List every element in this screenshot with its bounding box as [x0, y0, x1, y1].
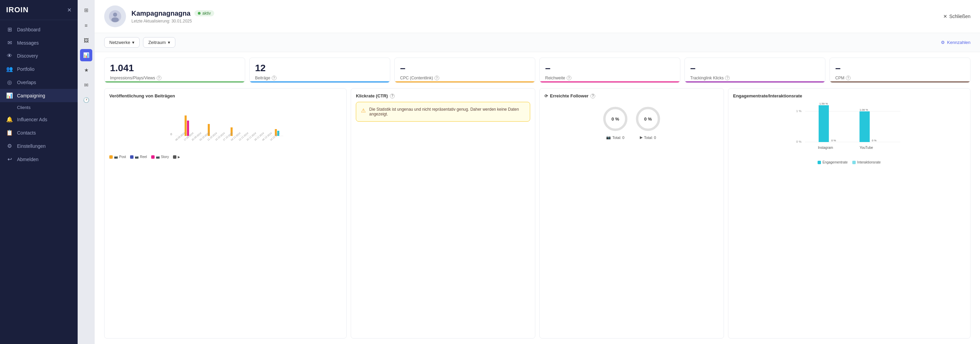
sidebar-item-contacts[interactable]: 📋 Contacts — [0, 126, 78, 139]
youtube-circle-group: 0 % ▶ Total: 0 — [635, 105, 662, 140]
sidebar-item-label: Dashboard — [17, 27, 41, 32]
ctr-warning-text: Die Statistik ist ungenau und nicht repr… — [369, 107, 525, 116]
follower-help-icon[interactable]: ? — [590, 94, 595, 99]
sidebar-item-label: Discovery — [17, 53, 38, 59]
legend-post-label: Post — [119, 155, 126, 159]
main-content: Kampagnagnagna aktiv Letzte Aktualisieru… — [95, 0, 980, 344]
metric-trackinglink: – Trackinglink Klicks ? — [684, 57, 826, 83]
help-icon[interactable]: ? — [725, 76, 730, 80]
metric-bar — [250, 81, 390, 83]
sidebar-item-portfolio[interactable]: 👥 Portfolio — [0, 62, 78, 76]
netzwerke-dropdown[interactable]: Netzwerke ▾ — [104, 37, 140, 48]
svg-text:0: 0 — [170, 132, 172, 136]
icon-strip-star[interactable]: ★ — [80, 64, 92, 76]
kennzahlen-label: Kennzahlen — [947, 40, 970, 45]
pub-legend: 📷 Post 📷 Reel 📷 Story — [109, 155, 342, 159]
legend-youtube: ▶ — [173, 155, 180, 159]
icon-strip-image[interactable]: 🖼 — [80, 34, 92, 46]
metric-value: 12 — [255, 63, 385, 73]
metric-label: Impressions/Plays/Views ? — [110, 76, 239, 80]
zeitraum-chevron-icon: ▾ — [168, 40, 170, 45]
legend-story: 📷 Story — [151, 155, 169, 159]
pub-chart: 0 — [109, 102, 342, 159]
metric-bar — [685, 81, 825, 83]
svg-rect-33 — [819, 105, 829, 142]
netzwerke-chevron-icon: ▾ — [132, 40, 135, 45]
svg-text:1 %: 1 % — [796, 109, 802, 113]
messages-icon: ✉ — [6, 40, 13, 46]
metric-label: Trackinglink Klicks ? — [690, 76, 819, 80]
metric-bar — [540, 81, 680, 83]
status-label: aktiv — [202, 11, 211, 16]
warning-icon: ⚠ — [361, 107, 366, 114]
zeitraum-label: Zeitraum — [148, 40, 165, 45]
campaign-header-left: Kampagnagnagna aktiv Letzte Aktualisieru… — [104, 5, 214, 27]
follower-circles: 0 % 📷 Total: 0 0 % ▶ Total: 0 — [544, 102, 719, 143]
help-icon[interactable]: ? — [434, 76, 439, 80]
campaign-avatar — [104, 5, 126, 27]
legend-reel-icon: 📷 — [135, 155, 138, 159]
toolbar-right: ⚙ Kennzahlen — [941, 40, 970, 45]
ctr-help-icon[interactable]: ? — [390, 94, 395, 99]
svg-rect-7 — [187, 121, 189, 136]
icon-strip-grid[interactable]: ⊞ — [80, 4, 92, 16]
metric-label: Reichweite ? — [545, 76, 675, 80]
sidebar-item-campaigning[interactable]: 📊 Campaigning — [0, 89, 78, 102]
engagement-legend: Engagementrate Interaktionsrate — [733, 161, 966, 164]
sidebar-item-dashboard[interactable]: ⊞ Dashboard — [0, 23, 78, 36]
metric-cpm: – CPM ? — [829, 57, 970, 83]
svg-text:1.59 %: 1.59 % — [819, 102, 828, 105]
engagement-svg: 1 % 0 % 1.59 % 0 % 1.08 % 0 % — [733, 102, 966, 156]
sidebar-item-einstellungen[interactable]: ⚙ Einstellungen — [0, 139, 78, 153]
campaign-header: Kampagnagnagna aktiv Letzte Aktualisieru… — [95, 0, 980, 33]
instagram-icon: 📷 — [606, 135, 611, 140]
status-dot — [198, 12, 200, 14]
sidebar-item-messages[interactable]: ✉ Messages — [0, 36, 78, 49]
sidebar-item-label: Portfolio — [17, 67, 34, 72]
svg-text:0 %: 0 % — [831, 139, 836, 142]
zeitraum-dropdown[interactable]: Zeitraum ▾ — [143, 37, 175, 48]
legend-engagementrate: Engagementrate — [818, 161, 848, 164]
legend-post-icon: 📷 — [114, 155, 118, 159]
influencer-ads-icon: 🔔 — [6, 116, 13, 123]
close-button[interactable]: ✕ Schließen — [943, 14, 970, 19]
sidebar-item-influencer-ads[interactable]: 🔔 Influencer Ads — [0, 113, 78, 126]
sidebar-close-button[interactable]: ✕ — [67, 7, 72, 13]
metric-value: – — [690, 63, 819, 73]
story-color — [151, 155, 154, 159]
icon-strip-mail[interactable]: ✉ — [80, 79, 92, 91]
kennzahlen-button[interactable]: ⚙ Kennzahlen — [941, 40, 970, 45]
settings-icon: ⚙ — [6, 143, 13, 149]
svg-point-2 — [111, 18, 119, 22]
metric-value: – — [835, 63, 965, 73]
help-icon[interactable]: ? — [566, 76, 571, 80]
engagement-panel: Engagementrate/Interaktionsrate 1 % 0 % … — [728, 88, 970, 339]
svg-rect-6 — [185, 115, 186, 136]
svg-point-1 — [113, 13, 117, 17]
sidebar-item-overlaps[interactable]: ◎ Overlaps — [0, 76, 78, 89]
help-icon[interactable]: ? — [846, 76, 851, 80]
contacts-icon: 📋 — [6, 129, 13, 136]
sidebar-nav: ⊞ Dashboard ✉ Messages 👁 Discovery 👥 Por… — [0, 20, 78, 344]
ctr-panel: Klickrate (CTR) ? ⚠ Die Statistik ist un… — [351, 88, 535, 339]
sidebar-item-abmelden[interactable]: ↩ Abmelden — [0, 153, 78, 166]
close-label: Schließen — [949, 14, 970, 19]
sidebar-item-clients[interactable]: Clients — [0, 102, 78, 113]
logout-icon: ↩ — [6, 156, 13, 162]
svg-text:0 %: 0 % — [644, 116, 652, 122]
legend-reel-label: Reel — [140, 155, 147, 159]
metrics-row: 1.041 Impressions/Plays/Views ? 12 Beitr… — [95, 52, 980, 83]
legend-story-icon: 📷 — [156, 155, 160, 159]
icon-strip-chart[interactable]: 📊 — [80, 49, 92, 61]
discovery-icon: 👁 — [6, 53, 13, 59]
icon-strip-list[interactable]: ≡ — [80, 19, 92, 31]
interaktionsrate-color — [852, 161, 856, 164]
help-icon[interactable]: ? — [157, 76, 161, 80]
sidebar-item-discovery[interactable]: 👁 Discovery — [0, 49, 78, 62]
engagement-title: Engagementrate/Interaktionsrate — [733, 93, 966, 99]
app-logo: IROIN — [6, 5, 29, 14]
close-icon: ✕ — [943, 14, 947, 19]
legend-interaktionsrate: Interaktionsrate — [852, 161, 881, 164]
icon-strip-history[interactable]: 🕐 — [80, 94, 92, 106]
help-icon[interactable]: ? — [272, 76, 277, 80]
